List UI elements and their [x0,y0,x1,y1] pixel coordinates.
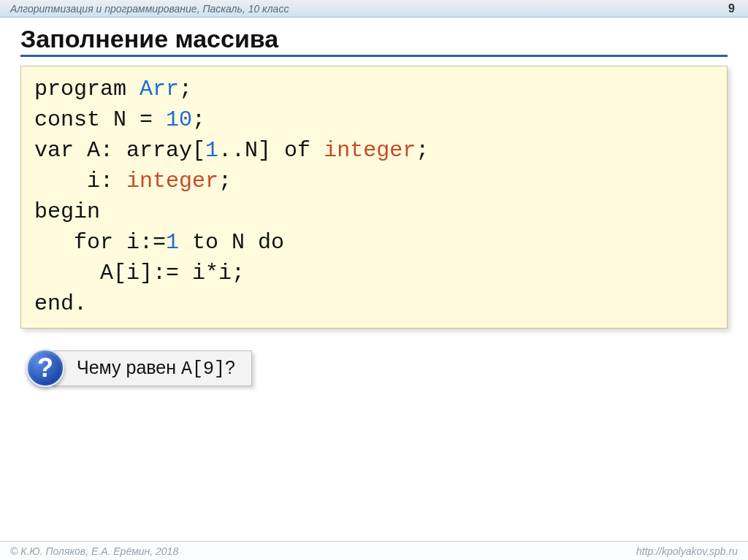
code-line-1: program Arr; [34,77,192,101]
code-line-4: i: integer; [34,169,232,193]
question-row: ? Чему равен A[9]? [26,349,748,387]
code-line-5: begin [34,199,100,224]
page-title: Заполнение массива [20,25,728,57]
topbar: Алгоритмизация и программирование, Паска… [0,0,748,18]
code-line-8: end. [34,291,87,316]
footer: © К.Ю. Поляков, Е.А. Ерёмин, 2018 http:/… [0,541,748,560]
page-number: 9 [728,2,738,15]
breadcrumb: Алгоритмизация и программирование, Паска… [10,3,289,15]
slide: Алгоритмизация и программирование, Паска… [0,0,748,560]
question-prefix: Чему равен [77,357,181,377]
code-line-3: var A: array[1..N] of integer; [34,138,429,163]
code-line-6: for i:=1 to N do [34,230,284,255]
footer-url: http://kpolyakov.spb.ru [636,545,738,557]
code-line-2: const N = 10; [34,107,205,132]
question-box: Чему равен A[9]? [51,350,252,386]
question-code: A[9] [181,358,225,380]
footer-copyright: © К.Ю. Поляков, Е.А. Ерёмин, 2018 [10,545,178,557]
question-mark-icon: ? [26,349,64,387]
code-block: program Arr; const N = 10; var A: array[… [20,66,728,329]
code-line-7: A[i]:= i*i; [34,261,245,285]
question-suffix: ? [225,357,235,377]
